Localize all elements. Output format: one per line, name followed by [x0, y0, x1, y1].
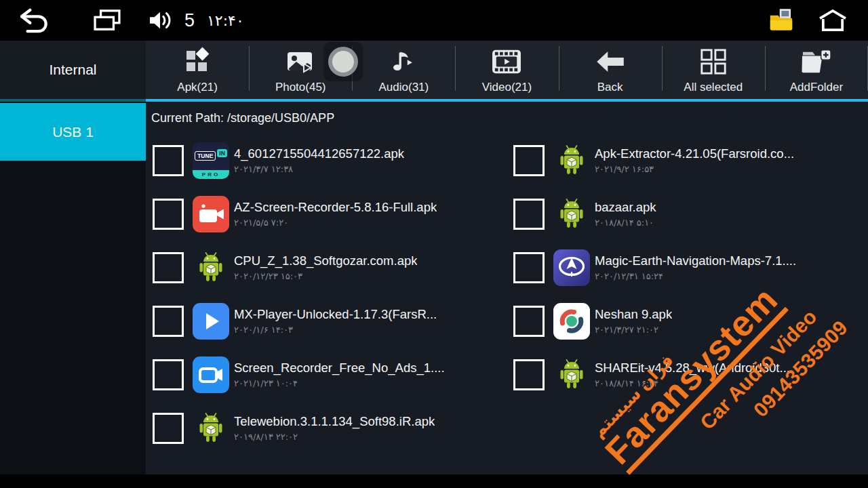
file-checkbox[interactable]: [513, 145, 545, 176]
file-name: SHAREit-v4.5.28_ww(Android30t...: [595, 361, 790, 375]
file-date: ۲۰۱۸/۸/۱۴ ۱۶:۴۴: [595, 378, 790, 388]
file-row[interactable]: TUNEINPRO 4_6012715504412657122.apk ۲۰۲۱…: [151, 134, 512, 187]
neshan-app-icon: [553, 303, 590, 340]
toolbar-item-back[interactable]: Back: [559, 41, 662, 99]
file-name: Apk-Extractor-4.21.05(Farsroid.co...: [595, 146, 794, 161]
magic-earth-app-icon: [553, 249, 590, 286]
az-screen-recorder-app-icon: [193, 196, 229, 232]
file-list-panel: Current Path: /storage/USB0/APP TUNEINPR…: [146, 102, 868, 474]
toolbar: Internal Apk(21): [0, 41, 868, 102]
file-name: CPU_Z_1.38_Softgozar.com.apk: [234, 253, 417, 268]
file-name: Magic-Earth-Navigation-Maps-7.1....: [595, 253, 796, 268]
file-row[interactable]: MX-Player-Unlocked-1.17.3(FarsR... ۲۰۲۰/…: [151, 294, 512, 348]
toolbar-item-audio[interactable]: Audio(31): [352, 41, 455, 99]
home-icon[interactable]: [818, 9, 848, 32]
android-apk-icon: [553, 142, 590, 179]
file-date: ۲۰۲۰/۱۲/۳۱ ۱۵:۲۴: [595, 271, 796, 281]
file-name: bazaar.apk: [595, 200, 656, 215]
active-tab-underline: [146, 99, 868, 102]
file-date: ۲۰۱۹/۸/۱۳ ۲۲:۰۲: [234, 432, 435, 442]
file-row[interactable]: bazaar.apk ۲۰۱۸/۸/۱۴ ۵:۱۰: [512, 187, 868, 241]
file-checkbox[interactable]: [153, 199, 184, 230]
file-checkbox[interactable]: [513, 252, 545, 283]
toolbar-item-apk[interactable]: Apk(21): [146, 41, 249, 99]
file-checkbox[interactable]: [153, 413, 184, 444]
toolbar-item-add-folder[interactable]: AddFolder: [765, 41, 868, 99]
file-date: ۲۰۲۰/۱۲/۲۳ ۱۵:۰۳: [234, 271, 417, 281]
file-checkbox[interactable]: [153, 252, 184, 283]
file-checkbox[interactable]: [153, 145, 184, 176]
file-row[interactable]: Telewebion.3.1.1.134_Soft98.iR.apk ۲۰۱۹/…: [151, 401, 512, 455]
back-arrow-icon[interactable]: [19, 7, 52, 33]
file-name: Screen_Recorder_Free_No_Ads_1....: [234, 361, 445, 375]
file-checkbox[interactable]: [153, 359, 184, 390]
toolbar-item-video[interactable]: Video(21): [455, 41, 558, 99]
folder-photos-icon[interactable]: [768, 8, 795, 33]
file-name: 4_6012715504412657122.apk: [234, 146, 404, 161]
file-name: AZ-Screen-Recorder-5.8.16-Full.apk: [234, 200, 437, 215]
tab-internal[interactable]: Internal: [0, 41, 146, 99]
tunein-pro-app-icon: TUNEINPRO: [193, 142, 229, 179]
clock: ۱۲:۴۰: [207, 12, 244, 29]
file-date: ۲۰۲۱/۳/۷ ۱۲:۳۸: [234, 164, 404, 174]
file-columns: TUNEINPRO 4_6012715504412657122.apk ۲۰۲۱…: [146, 134, 868, 455]
screen-recorder-app-icon: [193, 357, 229, 393]
file-name: MX-Player-Unlocked-1.17.3(FarsR...: [234, 307, 437, 322]
file-row[interactable]: Magic-Earth-Navigation-Maps-7.1.... ۲۰۲۰…: [512, 241, 868, 294]
record-button-ring-icon: [328, 47, 358, 77]
android-apk-icon: [193, 249, 229, 286]
file-date: ۲۰۲۱/۳/۲۷ ۲۱:۰۲: [595, 325, 672, 335]
video-category-icon: [491, 45, 522, 79]
select-all-icon: [699, 45, 728, 79]
android-apk-icon: [553, 196, 590, 232]
file-name: Telewebion.3.1.1.134_Soft98.iR.apk: [234, 414, 435, 429]
apk-category-icon: [182, 45, 213, 79]
audio-category-icon: [389, 45, 418, 79]
tab-internal-label: Internal: [49, 62, 96, 78]
file-checkbox[interactable]: [513, 199, 545, 230]
file-row[interactable]: Screen_Recorder_Free_No_Ads_1.... ۲۰۲۱/۱…: [151, 348, 512, 401]
file-row[interactable]: CPU_Z_1.38_Softgozar.com.apk ۲۰۲۰/۱۲/۲۳ …: [151, 241, 512, 294]
android-apk-icon: [193, 410, 229, 447]
file-row[interactable]: Apk-Extractor-4.21.05(Farsroid.co... ۲۰۲…: [512, 134, 868, 187]
usb1-label: USB 1: [52, 124, 94, 140]
file-checkbox[interactable]: [513, 359, 545, 390]
volume-level: 5: [184, 10, 195, 31]
android-apk-icon: [553, 357, 590, 393]
status-bar: 5 ۱۲:۴۰: [0, 0, 868, 41]
current-path: Current Path: /storage/USB0/APP: [151, 111, 868, 125]
file-column-left: TUNEINPRO 4_6012715504412657122.apk ۲۰۲۱…: [151, 134, 512, 455]
add-folder-icon: [800, 45, 833, 79]
file-name: Neshan 9.apk: [595, 307, 672, 322]
file-row[interactable]: SHAREit-v4.5.28_ww(Android30t... ۲۰۱۸/۸/…: [512, 348, 868, 401]
bottom-bar: [0, 474, 868, 488]
file-row[interactable]: AZ-Screen-Recorder-5.8.16-Full.apk ۲۰۲۱/…: [151, 187, 512, 241]
file-checkbox[interactable]: [153, 306, 184, 337]
sidebar-item-usb1[interactable]: USB 1: [0, 103, 146, 161]
file-date: ۲۰۱۸/۸/۱۴ ۵:۱۰: [595, 218, 656, 228]
file-date: ۲۰۲۱/۹/۲ ۱۶:۵۳: [595, 164, 794, 174]
file-date: ۲۰۲۰/۱/۶ ۱۴:۰۳: [234, 325, 437, 335]
back-icon: [595, 45, 625, 79]
toolbar-item-all-selected[interactable]: All selected: [662, 41, 765, 99]
file-column-right: Apk-Extractor-4.21.05(Farsroid.co... ۲۰۲…: [512, 134, 868, 455]
car-headunit-screen: 5 ۱۲:۴۰ Internal: [0, 0, 868, 488]
file-date: ۲۰۲۱/۱/۲۳ ۱۰:۰۴: [234, 378, 445, 388]
screen-record-floating-button[interactable]: [323, 42, 363, 81]
speaker-icon[interactable]: [148, 9, 174, 31]
recents-icon[interactable]: [92, 9, 122, 32]
file-checkbox[interactable]: [513, 306, 545, 337]
mx-player-app-icon: [193, 303, 229, 340]
storage-sidebar: USB 1: [0, 102, 146, 474]
internal-tab-underline: [0, 99, 146, 102]
file-date: ۲۰۲۱/۵/۵ ۷:۲۰: [234, 218, 437, 228]
file-row[interactable]: Neshan 9.apk ۲۰۲۱/۳/۲۷ ۲۱:۰۲: [512, 294, 868, 348]
photo-category-icon: [285, 45, 316, 79]
